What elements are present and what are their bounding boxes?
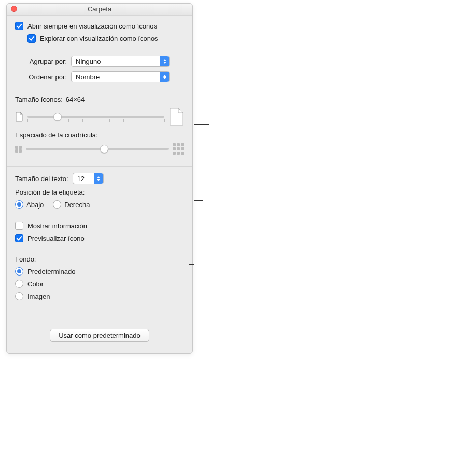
document-large-icon (169, 107, 184, 126)
section-view-mode: Abrir siempre en visualización como ícon… (7, 15, 192, 49)
sort-by-value: Nombre (76, 73, 100, 81)
grid-spacing-label: Espaciado de la cuadrícula: (15, 131, 98, 139)
chevron-updown-icon (160, 56, 169, 66)
always-open-label: Abrir siempre en visualización como ícon… (27, 22, 157, 30)
text-size-popup[interactable]: 12 (73, 173, 104, 184)
browse-checkbox[interactable] (27, 34, 36, 43)
section-icon-size: Tamaño íconos: 64×64 Espaciado de la cua… (7, 89, 192, 166)
section-text: Tamaño del texto: 12 Posición de la etiq… (7, 166, 192, 215)
sort-by-label: Ordenar por: (15, 73, 67, 81)
background-label: Fondo: (15, 255, 36, 263)
text-size-label: Tamaño del texto: (15, 175, 68, 183)
preview-icon-label: Previsualizar ícono (27, 235, 85, 242)
callout-line (194, 124, 209, 125)
background-image-text: Imagen (27, 293, 50, 300)
group-by-label: Agrupar por: (15, 58, 67, 65)
icon-size-value: 64×64 (66, 95, 85, 103)
grid-wide-icon (173, 143, 184, 155)
section-footer (7, 307, 192, 320)
label-pos-abajo-text: Abajo (26, 201, 44, 209)
icon-size-label: Tamaño íconos: (15, 95, 63, 103)
show-info-label: Mostrar información (27, 222, 87, 230)
text-size-value: 12 (77, 175, 85, 183)
callout-bracket (194, 235, 194, 265)
label-pos-derecha-text: Derecha (64, 201, 90, 209)
icon-size-slider[interactable] (27, 116, 164, 118)
sort-by-popup[interactable]: Nombre (71, 71, 170, 82)
callout-line (194, 156, 209, 156)
footer: Usar como predeterminado (7, 320, 192, 353)
label-position-label: Posición de la etiqueta: (15, 188, 85, 196)
background-image-radio[interactable] (15, 292, 23, 300)
titlebar: Carpeta (7, 4, 192, 15)
label-pos-abajo-radio[interactable] (15, 200, 23, 209)
group-by-popup[interactable]: Ninguno (71, 56, 170, 67)
callout-bracket (194, 180, 194, 221)
slider-thumb[interactable] (100, 145, 108, 153)
close-icon[interactable] (11, 6, 17, 12)
grid-spacing-slider[interactable] (26, 148, 169, 150)
always-open-checkbox[interactable] (15, 22, 23, 30)
label-pos-derecha-radio[interactable] (53, 200, 61, 209)
group-by-value: Ninguno (76, 58, 101, 65)
background-color-text: Color (27, 280, 44, 288)
chevron-updown-icon (160, 72, 169, 82)
section-sort: Agrupar por: Ninguno Ordenar por: Nombre (7, 49, 192, 89)
slider-thumb[interactable] (53, 113, 62, 121)
chevron-updown-icon (94, 173, 103, 184)
section-info: Mostrar información Previsualizar ícono (7, 215, 192, 249)
browse-label: Explorar con visualización como íconos (40, 35, 158, 43)
callout-bracket (194, 59, 194, 92)
background-color-radio[interactable] (15, 280, 23, 288)
use-as-default-button[interactable]: Usar como predeterminado (50, 329, 149, 342)
callout-line (21, 340, 21, 423)
preview-icon-checkbox[interactable] (15, 234, 23, 242)
grid-tight-icon (15, 146, 22, 153)
document-small-icon (15, 112, 23, 122)
background-default-text: Predeterminado (27, 268, 76, 276)
background-default-radio[interactable] (15, 267, 23, 276)
view-options-panel: Carpeta Abrir siempre en visualización c… (6, 3, 193, 354)
window-title: Carpeta (88, 5, 111, 13)
section-background: Fondo: Predeterminado Color Imagen (7, 249, 192, 307)
show-info-checkbox[interactable] (15, 222, 23, 230)
